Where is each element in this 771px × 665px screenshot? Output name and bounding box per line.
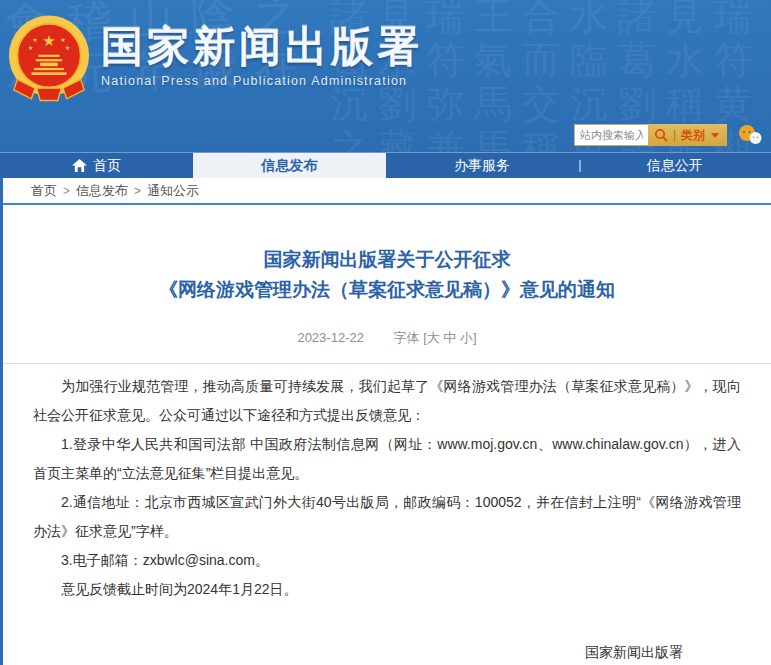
main-nav: 首页 信息发布 办事服务 | 信息公开 xyxy=(0,152,771,178)
font-size-control[interactable]: 字体 [大 中 小] xyxy=(394,330,477,345)
paragraph: 为加强行业规范管理，推动高质量可持续发展，我们起草了《网络游戏管理办法（草案征求… xyxy=(33,372,741,430)
article-title: 国家新闻出版署关于公开征求 《网络游戏管理办法（草案征求意见稿）》意见的通知 xyxy=(33,245,741,305)
signature-block: 国家新闻出版署 2023年12月22日 xyxy=(33,638,741,665)
signature-org: 国家新闻出版署 xyxy=(33,638,683,665)
svg-text:★: ★ xyxy=(28,44,34,51)
site-subtitle-en: National Press and Publication Administr… xyxy=(101,74,423,88)
site-title: 国家新闻出版署 xyxy=(101,22,423,72)
breadcrumb-separator: > xyxy=(63,184,70,198)
national-emblem-logo: ★ ★ ★ ★ ★ xyxy=(5,14,93,106)
article-title-line2: 《网络游戏管理办法（草案征求意见稿）》意见的通知 xyxy=(33,275,741,305)
site-search-input[interactable] xyxy=(574,124,648,146)
chevron-down-icon[interactable] xyxy=(711,133,719,138)
svg-text:★: ★ xyxy=(60,36,66,43)
search-icon[interactable] xyxy=(654,128,668,142)
svg-text:★: ★ xyxy=(32,36,38,43)
article-date: 2023-12-22 xyxy=(297,330,364,345)
article: 国家新闻出版署关于公开征求 《网络游戏管理办法（草案征求意见稿）》意见的通知 2… xyxy=(3,245,771,665)
article-title-line1: 国家新闻出版署关于公开征求 xyxy=(33,245,741,275)
nav-tab-label: 首页 xyxy=(93,157,121,175)
nav-tab-label: 办事服务 xyxy=(454,157,510,175)
article-body: 为加强行业规范管理，推动高质量可持续发展，我们起草了《网络游戏管理办法（草案征求… xyxy=(33,372,741,604)
header-search-area: | 类别 xyxy=(574,124,763,146)
paragraph: 1.登录中华人民共和国司法部 中国政府法制信息网（网址：www.moj.gov.… xyxy=(33,430,741,488)
home-icon xyxy=(72,159,87,172)
nav-tab-label: 信息发布 xyxy=(261,157,317,175)
nav-tab-info-release[interactable]: 信息发布 xyxy=(193,153,386,178)
breadcrumb-notices[interactable]: 通知公示 xyxy=(147,182,199,200)
page-body: 首页 > 信息发布 > 通知公示 国家新闻出版署关于公开征求 《网络游戏管理办法… xyxy=(0,178,771,665)
paragraph: 意见反馈截止时间为2024年1月22日。 xyxy=(33,575,741,604)
site-header: 會稽山陰之和元年歲在 諸見瑞王合水諸見瑞葛水符氣而臨葛水符沉劉弥馬交沉劉稱黄之藏… xyxy=(0,0,771,152)
breadcrumb-info-release[interactable]: 信息发布 xyxy=(76,182,128,200)
meta-divider xyxy=(3,363,771,364)
search-divider: | xyxy=(673,124,676,146)
breadcrumb-separator: > xyxy=(134,184,141,198)
breadcrumb-home[interactable]: 首页 xyxy=(31,182,57,200)
nav-separator: | xyxy=(578,157,581,172)
wechat-icon[interactable] xyxy=(737,124,763,146)
svg-text:★: ★ xyxy=(42,32,55,50)
svg-text:★: ★ xyxy=(65,44,71,51)
nav-tab-services[interactable]: 办事服务 xyxy=(386,153,579,178)
paragraph: 3.电子邮箱：zxbwlc@sina.com。 xyxy=(33,546,741,575)
search-controls: | 类别 xyxy=(648,124,727,146)
breadcrumb: 首页 > 信息发布 > 通知公示 xyxy=(3,178,771,205)
nav-tab-home[interactable]: 首页 xyxy=(0,153,193,178)
paragraph: 2.通信地址：北京市西城区宣武门外大街40号出版局，邮政编码：100052，并在… xyxy=(33,488,741,546)
search-category-dropdown[interactable]: 类别 xyxy=(681,127,705,144)
site-brand: ★ ★ ★ ★ ★ 国家新闻出版署 National Press and Pub… xyxy=(5,14,423,106)
nav-tab-info-disclosure[interactable]: | 信息公开 xyxy=(578,153,771,178)
article-meta: 2023-12-22 字体 [大 中 小] xyxy=(33,329,741,347)
nav-tab-label: 信息公开 xyxy=(647,157,703,175)
